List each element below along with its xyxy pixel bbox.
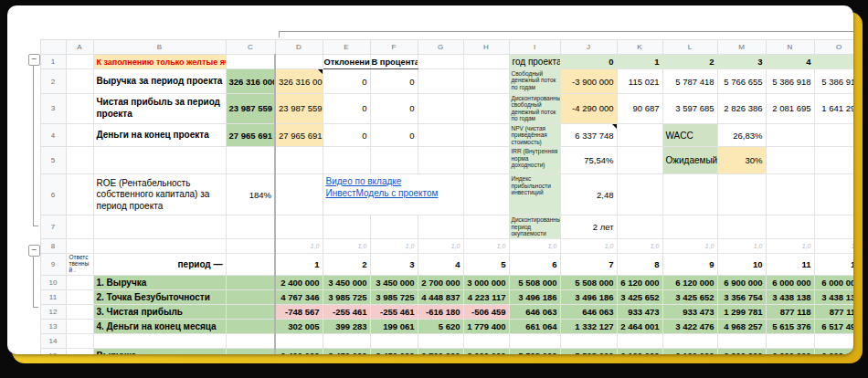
cell[interactable] [766, 147, 814, 174]
cell[interactable] [717, 215, 766, 238]
cell[interactable] [766, 174, 814, 215]
cell[interactable] [463, 123, 509, 146]
cell[interactable] [814, 174, 853, 215]
period-cell[interactable]: 10 [717, 253, 766, 275]
revenue-total-cell[interactable]: 3 000 000 [463, 348, 509, 354]
cash-eom-cell[interactable]: 399 283 [323, 319, 370, 333]
cell[interactable] [617, 123, 662, 146]
metric-fact-cell[interactable]: 326 316 000 [275, 69, 323, 94]
cell[interactable] [93, 147, 226, 174]
row-header-15[interactable]: 15 [40, 348, 66, 354]
scale-cell[interactable]: 1,0 [463, 238, 509, 253]
cell[interactable] [275, 174, 323, 215]
net-profit-cell[interactable]: 1 299 781 [717, 304, 766, 319]
row-header-14[interactable]: 14 [40, 333, 66, 348]
net-profit-cell[interactable]: -255 461 [370, 304, 418, 319]
row-header-8[interactable]: 8 [40, 238, 66, 253]
row-header-9[interactable]: 9 [40, 253, 66, 275]
cash-eom-cell[interactable]: 5 615 376 [766, 319, 814, 333]
col-header-c[interactable]: C [226, 40, 275, 55]
breakeven-cell[interactable]: 3 438 138 [766, 289, 814, 304]
breakeven-cell[interactable]: 4 223 117 [463, 289, 509, 304]
cell[interactable] [66, 319, 93, 333]
scale-cell[interactable]: 1,0 [560, 238, 617, 253]
cell[interactable] [66, 289, 93, 304]
dfcf-cell[interactable]: 90 687 [617, 94, 662, 124]
col-header-h[interactable]: H [463, 40, 509, 55]
monthly-revenue-label[interactable]: 1. Выручка [93, 275, 226, 289]
dfcf-label-cell[interactable]: Дисконтированный свободный денежный пото… [509, 94, 560, 124]
revenue-total-cell[interactable]: 2 400 000 [275, 348, 323, 354]
cell[interactable] [617, 174, 662, 215]
row-header-2[interactable]: 2 [40, 69, 66, 94]
cell[interactable] [370, 215, 418, 238]
cash-eom-cell[interactable]: 3 422 476 [662, 319, 717, 333]
pi-label-cell[interactable]: Индекс прибыльности инвестиций [509, 174, 560, 215]
period-cell[interactable]: 8 [617, 253, 662, 275]
deviation-header-cell[interactable]: Отклонение [323, 55, 370, 69]
fcf-label-cell[interactable]: Свободный денежный поток по годам [509, 69, 560, 94]
wacc-label-cell[interactable]: WACC [662, 123, 717, 146]
cell[interactable] [717, 174, 766, 215]
cell[interactable] [66, 348, 93, 354]
cell[interactable] [766, 215, 814, 238]
col-header-k[interactable]: K [617, 40, 662, 55]
cell[interactable] [560, 333, 617, 348]
col-header-m[interactable]: M [717, 40, 766, 55]
cell[interactable] [66, 147, 93, 174]
npv-label-cell[interactable]: NPV (чистая приведённая стоимость) [509, 123, 560, 146]
monthly-revenue-cell[interactable]: 5 508 000 [509, 275, 560, 289]
revenue-total-cell[interactable]: 6 900 000 [717, 348, 766, 354]
cell[interactable] [226, 238, 275, 253]
pi-value-cell[interactable]: 2,48 [560, 174, 617, 215]
npv-value-cell[interactable]: 6 337 748 [560, 123, 617, 146]
metric-deviation-cell[interactable]: 0 [323, 69, 370, 94]
revenue-total-cell[interactable]: 3 450 000 [323, 348, 370, 354]
net-profit-cell[interactable]: 646 063 [509, 304, 560, 319]
revenue-total-cell[interactable]: 6 000 000 [814, 348, 853, 354]
period-cell[interactable]: 1 [275, 253, 323, 275]
cash-eom-cell[interactable]: 2 464 001 [617, 319, 662, 333]
col-header-g[interactable]: G [418, 40, 463, 55]
breakeven-label[interactable]: 2. Точка Безубыточности [93, 289, 226, 304]
net-profit-cell[interactable]: 933 473 [617, 304, 662, 319]
cash-eom-cell[interactable]: 1 779 400 [463, 319, 509, 333]
cell[interactable] [66, 304, 93, 319]
net-profit-cell[interactable]: 877 118 [814, 304, 853, 319]
cell[interactable] [418, 147, 463, 174]
row-header-7[interactable]: 7 [40, 215, 66, 238]
revenue-total-cell[interactable]: 5 508 000 [509, 348, 560, 354]
cell[interactable] [226, 215, 275, 238]
row-header-4[interactable]: 4 [40, 123, 66, 146]
breakeven-cell[interactable]: 4 767 346 [275, 289, 323, 304]
fcf-cell[interactable]: 115 021 [617, 69, 662, 94]
cell[interactable] [226, 55, 275, 69]
fcf-cell[interactable]: 5 386 918 [766, 69, 814, 94]
metric-plan-cell[interactable]: 326 316 000 [226, 69, 275, 94]
metric-label-cell[interactable]: Чистая прибыль за период проекта [93, 94, 226, 124]
cell[interactable] [766, 123, 814, 146]
net-profit-cell[interactable]: -506 459 [463, 304, 509, 319]
metric-fact-cell[interactable]: 23 987 559 [275, 94, 323, 124]
fcf-cell[interactable]: 5 787 418 [662, 69, 717, 94]
cell[interactable] [226, 289, 275, 304]
cell[interactable] [617, 147, 662, 174]
breakeven-cell[interactable]: 3 496 186 [509, 289, 560, 304]
cell[interactable] [370, 333, 418, 348]
cell[interactable] [463, 94, 509, 124]
breakeven-cell[interactable]: 3 425 652 [617, 289, 662, 304]
cell[interactable] [662, 333, 717, 348]
year-cell[interactable]: 0 [560, 55, 617, 69]
owner-cell[interactable]: Ответственный . [66, 253, 93, 275]
cell[interactable] [418, 333, 463, 348]
dfcf-cell[interactable]: 2 081 695 [766, 94, 814, 124]
monthly-revenue-cell[interactable]: 6 900 000 [717, 275, 766, 289]
cell[interactable] [717, 333, 766, 348]
col-header-b[interactable]: B [93, 40, 226, 55]
col-header-e[interactable]: E [323, 40, 370, 55]
cell[interactable] [93, 215, 226, 238]
period-cell[interactable]: 2 [323, 253, 370, 275]
monthly-revenue-cell[interactable]: 2 400 000 [275, 275, 323, 289]
scale-cell[interactable]: 1,0 [509, 238, 560, 253]
revenue-total-cell[interactable]: 5 508 000 [560, 348, 617, 354]
